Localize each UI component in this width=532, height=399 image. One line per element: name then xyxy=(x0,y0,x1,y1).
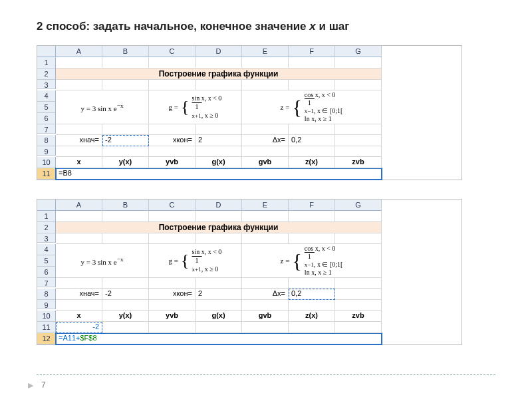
row-header[interactable]: 1 xyxy=(37,57,56,68)
table-col[interactable]: z(x) xyxy=(289,157,335,168)
spreadsheet-1: A B C D E F G 1 2 Построение графика фун… xyxy=(37,45,462,180)
value-dx[interactable]: 0,2 xyxy=(289,135,335,146)
row-header-selected[interactable]: 12 xyxy=(37,333,56,344)
row-header[interactable]: 3 xyxy=(37,233,56,243)
table-col[interactable]: yvb xyxy=(149,311,196,322)
label-dx[interactable]: Δx= xyxy=(242,289,289,300)
row-header[interactable]: 9 xyxy=(37,146,56,156)
row-header[interactable]: 2 xyxy=(37,68,56,80)
row-header[interactable]: 7 xyxy=(37,278,56,287)
col-header[interactable]: C xyxy=(149,46,196,57)
table-col[interactable]: x xyxy=(56,311,102,322)
col-header[interactable]: E xyxy=(242,200,289,211)
table-col[interactable]: y(x) xyxy=(102,311,149,322)
slide-title: 2 способ: задать начальное, конечное зна… xyxy=(37,20,495,33)
grid-corner xyxy=(37,46,56,57)
col-header[interactable]: D xyxy=(196,200,242,211)
formula-y: y = 3 sin x e−x xyxy=(56,244,149,278)
row-header[interactable]: 7 xyxy=(37,124,56,134)
table-col[interactable]: zvb xyxy=(335,157,382,168)
row-header[interactable]: 1 xyxy=(37,211,56,222)
formula-bar-a11[interactable]: =B8 xyxy=(56,168,382,180)
page-number: 7 xyxy=(41,380,46,390)
value-xend[interactable]: 2 xyxy=(196,289,242,300)
row-header[interactable]: 10 xyxy=(37,157,56,168)
row-header[interactable]: 8 xyxy=(37,135,56,146)
label-xstart[interactable]: хнач= xyxy=(56,289,102,300)
row-header[interactable]: 5 xyxy=(37,255,56,267)
table-col[interactable]: zvb xyxy=(335,311,382,322)
nav-arrow-icon: ▶ xyxy=(28,381,33,390)
label-xend[interactable]: xкон= xyxy=(149,289,196,300)
sheet-heading[interactable]: Построение графика функции xyxy=(56,68,382,80)
cell[interactable] xyxy=(56,57,102,68)
col-header[interactable]: G xyxy=(335,46,382,57)
formula-g: g = { sin x, x < 0 1 x+1, x ≥ 0 xyxy=(149,90,242,124)
col-header[interactable]: C xyxy=(149,200,196,211)
table-col[interactable]: gvb xyxy=(242,157,289,168)
col-header[interactable]: F xyxy=(289,46,335,57)
row-header[interactable]: 4 xyxy=(37,90,56,102)
value-xstart[interactable]: -2 xyxy=(102,135,149,146)
formula-z: z = { cos x, x < 0 1 x−1, x ∈ [0;1[ ln x… xyxy=(242,90,382,124)
table-col[interactable]: y(x) xyxy=(102,157,149,168)
row-header[interactable]: 4 xyxy=(37,244,56,255)
value-xend[interactable]: 2 xyxy=(196,135,242,146)
table-col[interactable]: g(x) xyxy=(196,311,242,322)
value-dx-ref[interactable]: 0,2 xyxy=(289,289,335,300)
formula-y: y = 3 sin x e−x xyxy=(56,90,149,124)
col-header[interactable]: E xyxy=(242,46,289,57)
row-header[interactable]: 8 xyxy=(37,289,56,300)
table-col[interactable]: gvb xyxy=(242,311,289,322)
row-header[interactable]: 6 xyxy=(37,267,56,278)
col-header[interactable]: A xyxy=(56,200,102,211)
row-header-selected[interactable]: 11 xyxy=(37,168,56,180)
col-header[interactable]: B xyxy=(102,46,149,57)
row-header[interactable]: 11 xyxy=(37,322,56,333)
label-dx[interactable]: Δx= xyxy=(242,135,289,146)
table-col[interactable]: yvb xyxy=(149,157,196,168)
table-col[interactable]: g(x) xyxy=(196,157,242,168)
row-header[interactable]: 10 xyxy=(37,311,56,322)
row-header[interactable]: 5 xyxy=(37,102,56,113)
table-col[interactable]: z(x) xyxy=(289,311,335,322)
cell-a11-ref[interactable]: -2 xyxy=(56,322,102,333)
table-col[interactable]: x xyxy=(56,157,102,168)
col-header[interactable]: D xyxy=(196,46,242,57)
spreadsheet-2: A B C D E F G 1 2 Построение графика фун… xyxy=(37,199,462,345)
label-xend[interactable]: xкон= xyxy=(149,135,196,146)
label-xstart[interactable]: хнач= xyxy=(56,135,102,146)
formula-z: z = { cos x, x < 0 1 x−1, x ∈ [0;1[ ln x… xyxy=(242,244,382,278)
col-header[interactable]: G xyxy=(335,200,382,211)
row-header[interactable]: 3 xyxy=(37,80,56,89)
row-header[interactable]: 9 xyxy=(37,300,56,309)
col-header[interactable]: F xyxy=(289,200,335,211)
row-header[interactable]: 6 xyxy=(37,113,56,124)
row-header[interactable]: 2 xyxy=(37,222,56,233)
col-header[interactable]: B xyxy=(102,200,149,211)
formula-bar-a12[interactable]: =A11+$F$8 xyxy=(56,333,382,344)
grid-corner xyxy=(37,200,56,211)
separator-line xyxy=(37,374,495,375)
sheet-heading[interactable]: Построение графика функции xyxy=(56,222,382,233)
col-header[interactable]: A xyxy=(56,46,102,57)
formula-g: g = { sin x, x < 0 1 x+1, x ≥ 0 xyxy=(149,244,242,278)
value-xstart[interactable]: -2 xyxy=(102,289,149,300)
